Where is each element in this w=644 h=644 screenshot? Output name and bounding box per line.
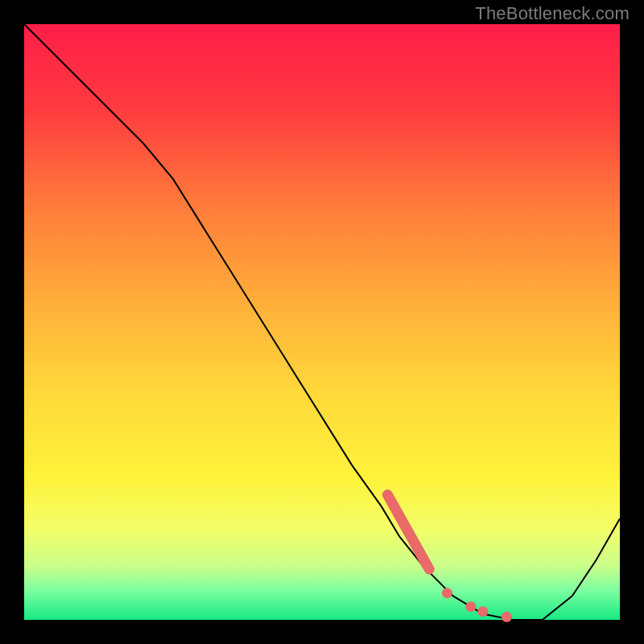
- dot-3: [477, 606, 488, 617]
- dot-1: [442, 588, 452, 598]
- watermark-text: TheBottleneck.com: [475, 3, 630, 24]
- bottleneck-chart: [0, 0, 644, 644]
- dot-2: [466, 601, 477, 612]
- dot-4: [502, 612, 512, 622]
- chart-frame: { "watermark": "TheBottleneck.com", "col…: [0, 0, 644, 644]
